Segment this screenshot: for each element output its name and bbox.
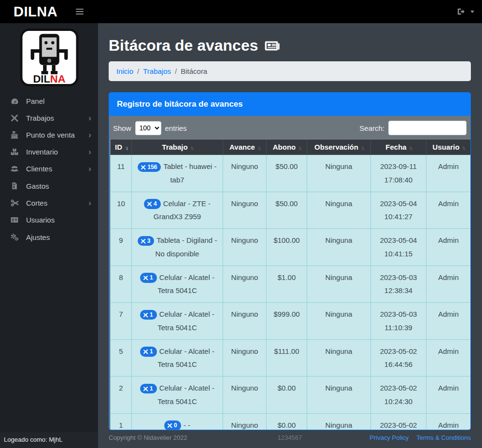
sidebar-item-inventario[interactable]: Inventario›	[0, 143, 98, 160]
cell-fecha: 2023-05-04 10:41:27	[371, 192, 426, 229]
footer-center-text: 1234567	[278, 434, 302, 441]
tools-icon	[147, 201, 152, 207]
column-header-abono[interactable]: Abono↑↓	[267, 140, 307, 155]
search-label: Search:	[359, 124, 384, 132]
sidebar-item-label: Inventario	[26, 148, 58, 156]
column-header-trabajo[interactable]: Trabajo↑↓	[132, 140, 223, 155]
cell-trabajo: 1Celular - Alcatel - Tetra 5041C	[132, 266, 223, 303]
dilna-robot-logo: DILNA	[19, 28, 79, 87]
tools-icon	[141, 238, 146, 244]
sidebar-item-label: Cortes	[26, 199, 47, 207]
cell-fecha: 2023-05-03 11:10:39	[371, 303, 426, 340]
gears-icon	[9, 233, 20, 241]
cell-id: 8	[111, 266, 132, 303]
breadcrumb-inicio[interactable]: Inicio	[116, 67, 133, 75]
cell-usuario: Admin	[426, 229, 471, 266]
main-content: Bitácora de avances Inicio Trabajos Bitá…	[98, 23, 482, 448]
cell-trabajo: 0- -	[132, 413, 223, 430]
cell-abono: $999.00	[267, 303, 307, 340]
chevron-right-icon: ›	[88, 148, 91, 156]
column-header-usuario[interactable]: Usuario↑↓	[426, 140, 471, 155]
table-body: 11156Tablet - huawei - tab7Ninguno$50.00…	[111, 155, 471, 431]
sidebar-item-clientes[interactable]: Clientes›	[0, 160, 98, 177]
cell-trabajo: 1Celular - Alcatel - Tetra 5041C	[132, 339, 223, 377]
cell-avance: Ninguno	[223, 266, 267, 303]
cell-usuario: Admin	[426, 266, 471, 303]
sidebar-item-label: Trabajos	[26, 114, 54, 122]
sidebar-item-punto-de-venta[interactable]: Punto de venta›	[0, 126, 98, 143]
cell-id: 7	[111, 303, 132, 340]
table-row: 71Celular - Alcatel - Tetra 5041CNinguno…	[111, 303, 471, 340]
sidebar-item-cortes[interactable]: Cortes›	[0, 195, 98, 211]
table-row: 93Tableta - Digiland - No disponibleNing…	[111, 229, 471, 266]
search-input[interactable]	[388, 121, 467, 135]
cell-fecha: 2023-05-02 16:44:56	[371, 339, 426, 377]
sign-out-icon[interactable]	[456, 7, 466, 16]
sidebar-item-panel[interactable]: Panel	[0, 93, 98, 110]
column-header-observaci-n[interactable]: Observación↑↓	[307, 140, 371, 155]
cash-register-icon	[9, 131, 20, 139]
breadcrumb-trabajos[interactable]: Trabajos	[143, 67, 171, 75]
table-row: 10- -Ninguno$0.00Ninguna2023-05-02 10:24…	[111, 413, 471, 430]
sidebar-item-label: Ajustes	[26, 233, 50, 241]
users-icon	[9, 165, 20, 173]
cell-fecha: 2023-05-02 10:24:30	[371, 377, 426, 414]
cell-observacion: Ninguna	[307, 229, 371, 266]
cell-usuario: Admin	[426, 192, 471, 229]
top-navbar: DILNA	[0, 0, 482, 23]
cell-observacion: Ninguna	[307, 339, 371, 377]
tools-icon	[167, 423, 172, 428]
column-header-avance[interactable]: Avance↑↓	[223, 140, 267, 155]
show-label: Show	[113, 124, 131, 132]
cell-abono: $50.00	[267, 155, 307, 192]
sidebar-item-usuarios[interactable]: Usuarios	[0, 211, 98, 228]
trabajo-count-badge: 0	[164, 420, 181, 430]
scissors-icon	[9, 199, 20, 207]
table-row: 81Celular - Alcatel - Tetra 5041CNinguno…	[111, 266, 471, 303]
chevron-right-icon: ›	[88, 165, 91, 173]
terms-conditions-link[interactable]: Terms & Conditions	[416, 434, 471, 441]
id-card-icon	[9, 216, 20, 224]
sidebar-item-label: Clientes	[26, 165, 52, 173]
sort-icon: ↑↓	[298, 145, 300, 151]
sidebar-item-gastos[interactable]: $Gastos	[0, 177, 98, 195]
bitacora-card: Registro de bitácora de avances Show 100…	[109, 92, 471, 430]
cell-abono: $100.00	[267, 229, 307, 266]
cell-avance: Ninguno	[223, 339, 267, 377]
table-row: 51Celular - Alcatel - Tetra 5041CNinguno…	[111, 339, 471, 377]
table-row: 21Celular - Alcatel - Tetra 5041CNinguno…	[111, 377, 471, 414]
column-header-id[interactable]: ID↑↓	[111, 140, 132, 155]
tools-icon	[9, 114, 20, 122]
sort-icon: ↑↓	[125, 145, 127, 151]
table-header-row: ID↑↓Trabajo↑↓Avance↑↓Abono↑↓Observación↑…	[111, 140, 471, 155]
sidebar-item-label: Panel	[26, 97, 44, 105]
sidebar-item-ajustes[interactable]: Ajustes	[0, 228, 98, 246]
cell-observacion: Ninguna	[307, 413, 371, 430]
trabajo-count-badge: 1	[140, 347, 157, 357]
cell-abono: $50.00	[267, 192, 307, 229]
brand-logo[interactable]: DILNA	[14, 4, 57, 20]
cell-avance: Ninguno	[223, 229, 267, 266]
sort-icon: ↑↓	[409, 145, 411, 151]
sidebar-item-trabajos[interactable]: Trabajos›	[0, 110, 98, 126]
cell-fecha: 2023-05-02 10:24:02	[371, 413, 426, 430]
trabajo-count-badge: 156	[138, 162, 161, 172]
cell-id: 11	[111, 155, 132, 192]
svg-text:$: $	[13, 185, 15, 189]
table-row: 104Celular - ZTE - GrandX3 Z959Ninguno$5…	[111, 192, 471, 229]
column-header-fecha[interactable]: Fecha↑↓	[371, 140, 426, 155]
cell-fecha: 2023-05-03 12:38:34	[371, 266, 426, 303]
privacy-policy-link[interactable]: Privacy Policy	[369, 434, 409, 441]
chevron-down-icon[interactable]	[470, 11, 474, 13]
menu-icon[interactable]	[76, 9, 84, 14]
tools-icon	[143, 349, 148, 354]
chevron-right-icon: ›	[88, 199, 91, 207]
page-length-select[interactable]: 100	[135, 121, 161, 135]
cell-usuario: Admin	[426, 377, 471, 414]
svg-text:DILNA: DILNA	[33, 73, 65, 85]
cell-id: 2	[111, 377, 132, 414]
tools-icon	[143, 312, 148, 318]
trabajo-count-badge: 1	[140, 384, 157, 394]
bitacora-table: ID↑↓Trabajo↑↓Avance↑↓Abono↑↓Observación↑…	[110, 139, 471, 430]
sidebar: DILNA PanelTrabajos›Punto de venta›Inven…	[0, 23, 98, 448]
